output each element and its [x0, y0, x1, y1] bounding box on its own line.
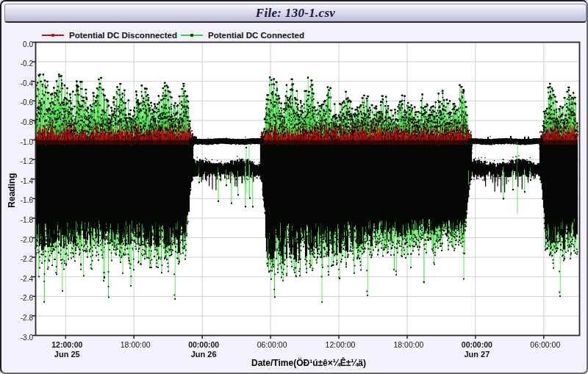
panel-content: File: 130-1.csv Potential DC Disconnecte… [1, 1, 588, 374]
x-tick-time-label: 06:00:00 [522, 340, 569, 349]
x-tick-date-label: Jun 25 [43, 350, 90, 359]
x-tick-time-label: 06:00:00 [248, 340, 295, 349]
x-tick-time-label: 18:00:00 [112, 340, 159, 349]
y-tick-label: -2.6 [1, 294, 33, 302]
y-tick-label: -2.0 [1, 236, 33, 244]
y-tick-label: -2.2 [1, 255, 33, 263]
x-tick-date-label: Jun 27 [453, 350, 501, 359]
chart-canvas [0, 0, 588, 374]
x-tick-time-label: 00:00:00 [453, 340, 501, 349]
y-tick-label: -1.0 [1, 138, 33, 146]
y-tick-label: -0.4 [1, 79, 33, 87]
y-tick-label: -1.2 [1, 157, 33, 165]
x-tick-time-label: 18:00:00 [385, 340, 432, 349]
y-tick-label: -2.4 [1, 275, 33, 283]
y-tick-label: -0.6 [1, 98, 33, 107]
x-tick-time-label: 12:00:00 [317, 340, 364, 349]
x-tick-time-label: 00:00:00 [180, 340, 227, 349]
y-axis-title: Reading [7, 167, 17, 214]
x-tick-date-label: Jun 26 [180, 350, 227, 359]
y-tick-label: -1.4 [1, 177, 33, 185]
x-tick-time-label: 12:00:00 [43, 340, 90, 349]
y-tick-label: -3.0 [1, 334, 33, 342]
y-tick-label: -2.8 [1, 314, 33, 322]
x-axis-title: Date/Time(ÖÐ¹ú±ê×¼Ê±¼ä) [220, 358, 397, 368]
chart-panel: File: 130-1.csv Potential DC Disconnecte… [0, 0, 588, 374]
y-tick-label: -1.6 [1, 196, 33, 204]
y-tick-label: 0.0 [1, 40, 33, 48]
y-tick-label: -0.8 [1, 118, 33, 126]
y-tick-label: -0.2 [1, 60, 33, 68]
y-tick-label: -1.8 [1, 216, 33, 224]
